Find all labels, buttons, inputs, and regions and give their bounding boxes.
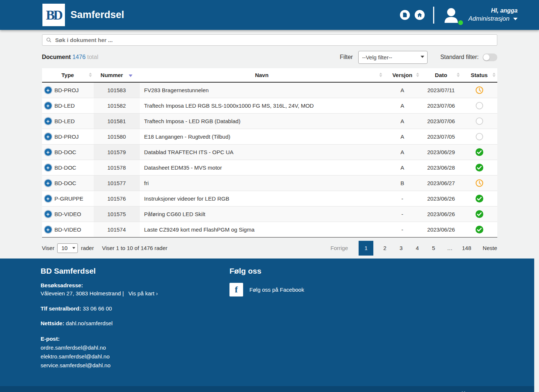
table-row[interactable]: +BD-LED 101581 Traftech Imposa - LED RGB…: [42, 113, 497, 129]
address-label: Besøksadresse:: [41, 281, 188, 290]
row-type: BD-VIDEO: [55, 211, 82, 217]
table-row[interactable]: +BD-LED 101582 Traftech Imposa LED RGB S…: [42, 98, 497, 113]
website-label: Nettside:: [41, 320, 64, 326]
plus-circle-icon[interactable]: +: [45, 164, 52, 171]
page-button-5[interactable]: 5: [429, 245, 438, 251]
table-row[interactable]: +BD-DOC 101579 Datablad TRAFTECH ITS - O…: [42, 144, 497, 160]
plus-circle-icon[interactable]: +: [45, 180, 52, 187]
pagination-pages: 12345…148: [355, 241, 475, 256]
row-type: BD-LED: [55, 103, 75, 109]
column-header-dato[interactable]: Dato: [421, 68, 462, 82]
row-nummer: 101576: [94, 191, 140, 206]
home-icon[interactable]: [415, 10, 425, 20]
toolbar: Document 1476 total Filter --Velg filter…: [42, 51, 497, 64]
plus-circle-icon[interactable]: +: [45, 226, 52, 233]
viser-label: Viser: [42, 245, 55, 251]
check-circle-icon: [475, 210, 484, 218]
row-dato: 2023/06/26: [421, 206, 462, 222]
page-button-2[interactable]: 2: [381, 245, 389, 251]
copyright-text: Copyright 2023 Brodrene Dahl . All right…: [63, 391, 235, 392]
row-navn: fri: [140, 175, 384, 191]
company-link[interactable]: Brodrene Dahl: [97, 391, 128, 392]
table-row[interactable]: +BD-DOC 101578 Datasheet EDM35 - MVS mot…: [42, 160, 497, 175]
row-type: BD-PROJ: [55, 87, 79, 93]
email-link[interactable]: elektro.samferdsel@dahl.no: [41, 352, 188, 361]
plus-circle-icon[interactable]: +: [45, 133, 52, 140]
chevron-down-icon: [513, 18, 518, 20]
clock-pending-icon: [475, 86, 484, 94]
plus-circle-icon[interactable]: +: [45, 118, 52, 125]
website-link[interactable]: dahl.no/samferdsel: [66, 320, 113, 326]
powered-by-link[interactable]: Baezeni Co,.Ltd.: [200, 391, 235, 392]
plus-circle-icon[interactable]: +: [45, 87, 52, 94]
user-role-label: Administrasjon: [469, 15, 510, 22]
footer-title: BD Samferdsel: [41, 267, 188, 275]
sort-icon: [416, 73, 419, 77]
page-button-4[interactable]: 4: [413, 245, 421, 251]
row-dato: 2023/06/26: [421, 222, 462, 237]
email-link[interactable]: ordre.samferdsel@dahl.no: [41, 343, 188, 352]
circle-outline-icon: [475, 101, 484, 110]
row-dato: 2023/06/26: [421, 191, 462, 206]
row-versjon: A: [384, 144, 421, 160]
row-nummer: 101583: [94, 82, 140, 98]
table-row[interactable]: +BD-VIDEO 101575 Påføring CG60 LED Skilt…: [42, 206, 497, 222]
row-navn: FV283 Bragernestunnelen: [140, 82, 384, 98]
standard-filter-label: Standard filter:: [440, 54, 478, 60]
check-circle-icon: [475, 194, 484, 203]
user-menu[interactable]: HI, angga Administrasjon: [469, 7, 518, 22]
facebook-icon[interactable]: f: [229, 283, 243, 296]
table-row[interactable]: +BD-DOC 101577 fri B 2023/06/27: [42, 175, 497, 191]
table-row[interactable]: +BD-PROJ 101583 FV283 Bragernestunnelen …: [42, 82, 497, 98]
address-value: Våleveien 27, 3083 Holmestrand |: [41, 290, 124, 296]
facebook-link[interactable]: Følg oss på Facebook: [249, 287, 304, 293]
next-page-button[interactable]: Neste: [483, 245, 497, 251]
standard-filter-toggle[interactable]: [483, 53, 497, 61]
row-navn: Traftech Imposa - LED RGB (Datablad): [140, 113, 384, 129]
brand-logo[interactable]: BD: [42, 4, 65, 26]
table-row[interactable]: +P-GRUPPE 101576 Instruksjoner videoer f…: [42, 191, 497, 206]
column-header-navn[interactable]: Navn: [140, 68, 384, 82]
header-divider: [433, 7, 434, 24]
row-dato: 2023/06/28: [421, 160, 462, 175]
row-navn: Traftech Imposa LED RGB SLS-1000x1000 FG…: [140, 98, 384, 113]
email-link[interactable]: service.samferdsel@dahl.no: [41, 361, 188, 370]
column-header-nummer[interactable]: Nummer: [94, 68, 140, 82]
row-nummer: 101579: [94, 144, 140, 160]
home-link[interactable]: Home: [454, 391, 476, 392]
row-nummer: 101574: [94, 222, 140, 237]
documents-icon[interactable]: [400, 10, 410, 20]
plus-circle-icon[interactable]: +: [45, 195, 52, 202]
plus-circle-icon[interactable]: +: [45, 149, 52, 156]
row-type: BD-DOC: [55, 164, 76, 171]
search-input[interactable]: [55, 37, 493, 43]
circle-outline-icon: [475, 132, 484, 141]
previous-page-button[interactable]: Forrige: [331, 245, 348, 251]
brand-title: Samferdsel: [70, 9, 124, 21]
column-header-type[interactable]: Type: [42, 68, 94, 82]
table-row[interactable]: +BD-VIDEO 101574 Laste CZ9249 kort med F…: [42, 222, 497, 237]
row-type: BD-LED: [55, 118, 75, 124]
check-circle-icon: [475, 163, 484, 172]
sort-icon: [457, 73, 460, 77]
search-icon: [46, 37, 52, 43]
map-link[interactable]: Vis på kart ›: [128, 290, 158, 296]
page-button-148[interactable]: 148: [462, 245, 471, 251]
plus-circle-icon[interactable]: +: [45, 102, 52, 109]
column-header-versjon[interactable]: Versjon: [384, 68, 421, 82]
document-total-number: 1476: [72, 54, 86, 60]
follow-us-title: Følg oss: [229, 267, 304, 275]
user-avatar-icon[interactable]: [442, 6, 460, 24]
page: BD Samferdsel HI, angga Administrasj: [0, 0, 539, 392]
plus-circle-icon[interactable]: +: [45, 211, 52, 218]
row-versjon: A: [384, 113, 421, 129]
filter-select[interactable]: --Velg filter--: [358, 51, 428, 64]
row-type: P-GRUPPE: [55, 195, 83, 202]
page-button-3[interactable]: 3: [397, 245, 405, 251]
row-dato: 2023/07/06: [421, 98, 462, 113]
page-button-1[interactable]: 1: [359, 241, 373, 256]
rows-per-page-select[interactable]: 10: [57, 243, 78, 253]
table-row[interactable]: +BD-PROJ 101580 E18 Langangen - Rugtvedt…: [42, 129, 497, 144]
column-header-status[interactable]: Status: [462, 68, 497, 82]
user-greeting: HI, angga: [469, 7, 518, 14]
